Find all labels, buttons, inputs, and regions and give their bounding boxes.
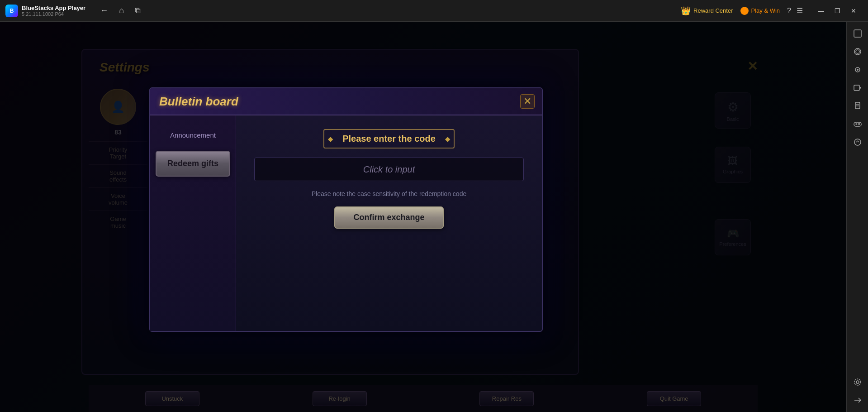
- sidebar-record-tool[interactable]: [849, 80, 866, 96]
- app-info: BlueStacks App Player 5.21.111.1002 P64: [22, 5, 85, 17]
- menu-icon[interactable]: ☰: [797, 6, 803, 15]
- multi-window-button[interactable]: ⧉: [133, 4, 142, 17]
- logo-letter: B: [10, 8, 14, 14]
- sidebar-gamepad-tool[interactable]: [849, 116, 866, 132]
- sidebar-macro-tool[interactable]: [849, 134, 866, 150]
- bluestacks-logo: B: [5, 5, 18, 17]
- app-version: 5.21.111.1002 P64: [22, 11, 85, 17]
- svg-rect-10: [854, 122, 861, 126]
- right-sidebar: [846, 22, 868, 412]
- play-win-button[interactable]: Play & Win: [740, 7, 780, 15]
- reward-center-button[interactable]: 👑 Reward Center: [681, 6, 733, 16]
- svg-rect-7: [855, 102, 860, 109]
- nav-controls: ← ⌂ ⧉: [91, 4, 150, 17]
- tab-announcement[interactable]: Announcement: [150, 125, 236, 146]
- svg-point-14: [854, 139, 861, 145]
- reward-center-label: Reward Center: [693, 7, 733, 14]
- restore-button[interactable]: ❐: [830, 4, 844, 18]
- bulletin-body: Announcement Redeem gifts Please enter t…: [150, 115, 542, 331]
- svg-point-1: [856, 50, 859, 53]
- sidebar-settings-tool[interactable]: [849, 374, 866, 390]
- code-input-placeholder: Click to input: [363, 164, 415, 175]
- code-title-container: Please enter the code: [323, 129, 455, 149]
- top-bar-right: 👑 Reward Center Play & Win ? ☰ — ❐ ✕: [674, 4, 868, 18]
- play-win-label: Play & Win: [751, 7, 780, 14]
- svg-point-11: [858, 123, 860, 125]
- home-button[interactable]: ⌂: [117, 4, 126, 17]
- svg-point-15: [856, 381, 859, 383]
- minimize-button[interactable]: —: [814, 4, 828, 18]
- window-controls: — ❐ ✕: [814, 4, 861, 18]
- bulletin-board-modal: Bulletin board ✕ Announcement Redeem gif…: [149, 87, 543, 332]
- code-input-area[interactable]: Click to input: [254, 158, 524, 181]
- crown-icon: 👑: [681, 6, 691, 16]
- sidebar-screenshot-tool[interactable]: [849, 43, 866, 60]
- app-branding: B BlueStacks App Player 5.21.111.1002 P6…: [0, 5, 91, 17]
- bulletin-close-button[interactable]: ✕: [520, 94, 535, 109]
- svg-marker-6: [860, 86, 861, 89]
- sidebar-camera-tool[interactable]: [849, 62, 866, 78]
- help-icon[interactable]: ?: [787, 7, 791, 15]
- close-button[interactable]: ✕: [846, 4, 861, 18]
- bulletin-content: Please enter the code Click to input Ple…: [236, 115, 542, 331]
- sidebar-arrow-tool[interactable]: [849, 392, 866, 408]
- bulletin-header: Bulletin board ✕: [150, 88, 542, 115]
- code-hint-text: Please note the case sensitivity of the …: [312, 190, 466, 197]
- top-bar-icons: ? ☰: [787, 6, 803, 15]
- bulletin-title: Bulletin board: [159, 95, 238, 109]
- top-bar: B BlueStacks App Player 5.21.111.1002 P6…: [0, 0, 868, 22]
- code-section-title: Please enter the code: [323, 129, 455, 149]
- orange-circle-icon: [740, 7, 749, 15]
- sidebar-apk-tool[interactable]: [849, 98, 866, 114]
- svg-rect-0: [854, 30, 861, 37]
- svg-point-16: [854, 379, 861, 385]
- tab-redeem-gifts[interactable]: Redeem gifts: [156, 151, 230, 177]
- sidebar-tool-1[interactable]: [849, 25, 866, 42]
- back-button[interactable]: ←: [98, 4, 110, 17]
- svg-point-4: [857, 69, 859, 71]
- bulletin-tabs: Announcement Redeem gifts: [150, 115, 236, 331]
- main-content: Settings ✕ 👤 83 PriorityTarget Soundeffe…: [0, 22, 846, 412]
- app-name: BlueStacks App Player: [22, 5, 85, 11]
- svg-point-2: [854, 48, 861, 55]
- confirm-exchange-button[interactable]: Confirm exchange: [334, 206, 443, 229]
- svg-rect-5: [854, 85, 859, 91]
